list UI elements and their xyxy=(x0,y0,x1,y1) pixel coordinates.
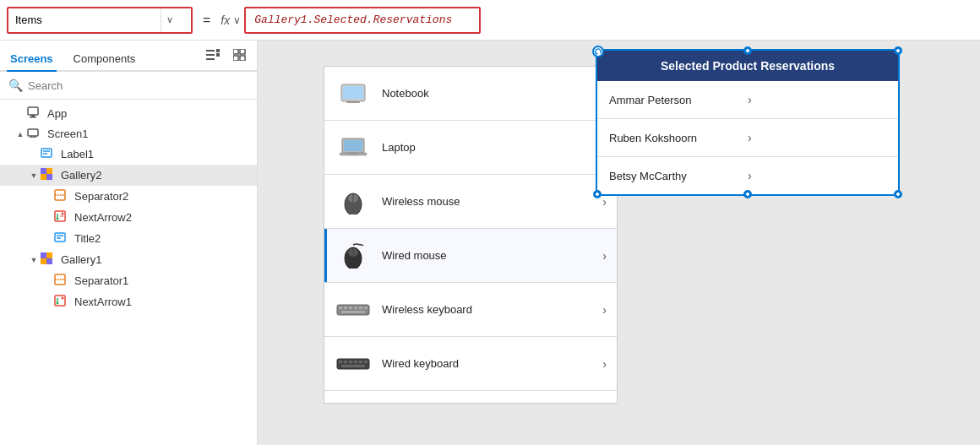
svg-rect-2 xyxy=(206,58,215,60)
laptop-name: Laptop xyxy=(382,141,602,154)
svg-rect-56 xyxy=(344,307,347,309)
list-view-icon[interactable] xyxy=(203,47,223,65)
svg-rect-54 xyxy=(337,305,369,315)
gallery-item-wireless-mouse[interactable]: Wireless mouse › xyxy=(324,175,617,229)
svg-rect-34 xyxy=(41,258,46,264)
tree-item-screen1[interactable]: ▲ Screen1 xyxy=(0,124,257,144)
search-input[interactable] xyxy=(28,79,248,92)
tree: App ▲ Screen1 xyxy=(0,100,257,445)
svg-rect-45 xyxy=(344,140,362,151)
notebook-name: Notebook xyxy=(382,87,602,100)
wireless-keyboard-image xyxy=(336,297,370,323)
screen-icon xyxy=(27,128,44,140)
svg-rect-9 xyxy=(28,107,38,115)
svg-rect-29 xyxy=(55,233,65,241)
handle-top-middle[interactable] xyxy=(743,46,752,55)
name-input[interactable]: Items xyxy=(8,14,161,26)
svg-rect-65 xyxy=(349,361,352,363)
canvas-area: Notebook › Laptop › xyxy=(258,41,980,445)
svg-rect-60 xyxy=(364,307,368,309)
tab-components[interactable]: Components xyxy=(70,47,139,70)
tree-item-label1[interactable]: Label1 xyxy=(0,144,257,165)
svg-rect-4 xyxy=(216,53,220,57)
reservations-header: Selected Product Reservations xyxy=(597,51,898,81)
tree-item-app[interactable]: App xyxy=(0,103,257,124)
svg-rect-3 xyxy=(216,49,220,52)
wired-mouse-name: Wired mouse xyxy=(382,249,602,262)
separator-icon xyxy=(54,189,71,204)
svg-rect-12 xyxy=(28,129,38,136)
handle-bottom-right[interactable] xyxy=(894,190,902,198)
grid-view-icon[interactable] xyxy=(230,47,250,65)
tree-item-nextarrow2[interactable]: NextArrow2 xyxy=(0,207,257,228)
tree-label-gallery2: Gallery2 xyxy=(61,169,101,182)
tree-item-gallery1[interactable]: ▼ Gallery1 xyxy=(0,249,257,270)
svg-rect-22 xyxy=(46,174,52,180)
tree-expand-gallery1[interactable]: ▼ xyxy=(27,256,41,264)
svg-rect-47 xyxy=(348,153,358,155)
svg-rect-61 xyxy=(341,311,365,313)
equals-sign: = xyxy=(199,13,214,28)
reservation-name-1: Ammar Peterson xyxy=(609,94,748,106)
handle-top-right[interactable] xyxy=(894,46,902,55)
svg-rect-55 xyxy=(339,307,342,309)
name-dropdown-arrow[interactable]: ∨ xyxy=(161,8,178,32)
svg-rect-0 xyxy=(206,50,215,52)
svg-rect-32 xyxy=(41,252,46,258)
search-box: 🔍 xyxy=(0,72,257,100)
wired-keyboard-arrow: › xyxy=(602,357,607,371)
fx-icon: fx xyxy=(220,14,230,27)
edit-handle[interactable] xyxy=(592,46,604,57)
tabs-row: Screens Components xyxy=(0,41,257,72)
reservations-panel[interactable]: Selected Product Reservations Ammar Pete… xyxy=(596,49,900,196)
tree-item-gallery2[interactable]: ▼ Gallery2 xyxy=(0,165,257,186)
wireless-mouse-arrow: › xyxy=(602,195,607,209)
svg-rect-16 xyxy=(41,149,52,157)
gallery-item-wireless-keyboard[interactable]: Wireless keyboard › xyxy=(324,283,617,337)
fx-dropdown[interactable]: ∨ xyxy=(233,14,241,26)
svg-rect-1 xyxy=(206,54,215,56)
tree-expand-screen1[interactable]: ▲ xyxy=(14,130,27,138)
reservation-arrow-2: › xyxy=(748,131,886,144)
tree-item-separator1[interactable]: Separator1 xyxy=(0,270,257,291)
gallery-icon xyxy=(41,168,57,182)
reservation-name-2: Ruben Kokshoorn xyxy=(609,132,748,144)
tree-item-nextarrow1[interactable]: NextArrow1 xyxy=(0,291,257,312)
formula-box[interactable]: Gallery1.Selected.Reservations xyxy=(244,7,481,34)
tree-item-title2[interactable]: Title2 xyxy=(0,228,257,249)
svg-rect-68 xyxy=(364,361,368,363)
gallery-item-wired-mouse[interactable]: Wired mouse › xyxy=(324,229,617,283)
svg-rect-43 xyxy=(346,101,360,103)
svg-rect-6 xyxy=(240,49,245,54)
laptop-image xyxy=(336,135,370,160)
reservation-item-3[interactable]: Betsy McCarthy › xyxy=(597,157,898,194)
gallery-item-notebook[interactable]: Notebook › xyxy=(324,67,617,121)
separator1-icon xyxy=(54,274,71,288)
svg-rect-8 xyxy=(240,56,245,61)
product-gallery: Notebook › Laptop › xyxy=(324,66,618,404)
reservation-arrow-3: › xyxy=(748,169,886,182)
tree-label-gallery1: Gallery1 xyxy=(61,253,101,266)
tree-label-screen1: Screen1 xyxy=(47,128,88,140)
left-panel: Screens Components xyxy=(0,41,258,445)
reservation-item-2[interactable]: Ruben Kokshoorn › xyxy=(597,119,898,157)
title-icon xyxy=(54,231,71,246)
tree-expand-gallery2[interactable]: ▼ xyxy=(27,171,41,180)
handle-bottom-middle[interactable] xyxy=(743,190,752,198)
name-box[interactable]: Items ∨ xyxy=(7,7,193,34)
svg-rect-5 xyxy=(233,49,238,54)
tree-item-separator2[interactable]: Separator2 xyxy=(0,186,257,207)
svg-point-27 xyxy=(62,213,64,215)
gallery-item-wired-keyboard[interactable]: Wired keyboard › xyxy=(324,337,617,391)
svg-rect-21 xyxy=(41,174,46,180)
handle-bottom-left[interactable] xyxy=(593,190,602,198)
label-icon xyxy=(41,147,57,161)
gallery-item-laptop[interactable]: Laptop › xyxy=(324,121,617,175)
svg-marker-70 xyxy=(596,52,598,55)
wireless-mouse-image xyxy=(336,189,370,214)
tab-screens[interactable]: Screens xyxy=(7,47,57,70)
reservation-item-1[interactable]: Ammar Peterson › xyxy=(597,81,898,119)
wired-mouse-image xyxy=(336,243,370,269)
svg-rect-38 xyxy=(55,296,65,306)
tree-label-separator2: Separator2 xyxy=(74,190,128,203)
